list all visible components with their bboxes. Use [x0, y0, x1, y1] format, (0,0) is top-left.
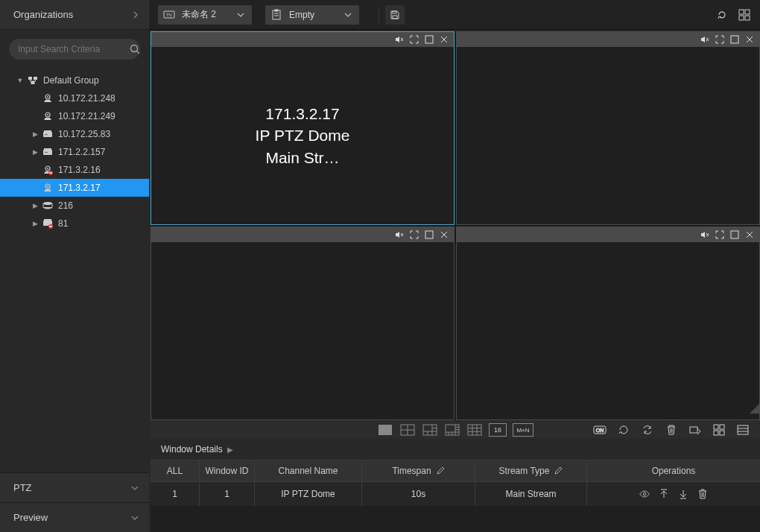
mute-icon[interactable] — [700, 34, 710, 45]
layout-1-icon[interactable] — [377, 423, 393, 437]
video-pane-4[interactable] — [456, 227, 760, 420]
tree-item-216[interactable]: ▶216 — [0, 197, 149, 215]
list-icon[interactable] — [735, 423, 751, 437]
refresh-icon[interactable] — [715, 8, 729, 22]
layout-6-icon[interactable] — [422, 423, 438, 437]
tree-item-171-3-2-16[interactable]: 171.3.2.16 — [0, 161, 149, 179]
svg-rect-76 — [468, 425, 481, 435]
trash-icon[interactable] — [663, 423, 680, 437]
pane-device-type: IP PTZ Dome — [256, 124, 350, 146]
layout-9-icon[interactable] — [466, 423, 483, 437]
close-icon[interactable] — [744, 34, 755, 45]
fullscreen-icon[interactable] — [715, 34, 725, 45]
organizations-header[interactable]: Organizations — [0, 0, 149, 30]
tree-group-default[interactable]: ▼ Default Group — [0, 72, 149, 89]
edit-icon[interactable] — [436, 466, 445, 475]
camera-icon — [42, 92, 54, 104]
tree-item-10-172-21-249[interactable]: 10.172.21.249 — [0, 107, 149, 125]
svg-text:TV: TV — [166, 13, 172, 17]
close-icon[interactable] — [744, 229, 755, 240]
layout-8-icon[interactable] — [444, 423, 460, 437]
tree-item-171-2-2-157[interactable]: ▶171.2.2.157 — [0, 143, 149, 161]
col-stream-type[interactable]: Stream Type — [475, 460, 587, 481]
video-pane-1[interactable]: 171.3.2.17 IP PTZ Dome Main Str… — [151, 31, 455, 225]
chevron-down-icon[interactable]: ▼ — [16, 77, 24, 84]
preview-panel-header[interactable]: Preview — [0, 502, 149, 532]
move-up-icon[interactable] — [659, 489, 669, 499]
fullscreen-icon[interactable] — [409, 229, 419, 240]
ptz-panel-header[interactable]: PTZ — [0, 472, 149, 502]
pane-titlebar — [151, 227, 454, 242]
mute-icon[interactable] — [394, 229, 405, 240]
grid-layout-icon[interactable] — [738, 8, 751, 22]
fullscreen-icon[interactable] — [409, 34, 419, 45]
close-icon[interactable] — [439, 229, 449, 240]
maximize-icon[interactable] — [729, 34, 740, 45]
details-table: ALL Window ID Channel Name Timespan Stre… — [151, 460, 760, 532]
svg-rect-34 — [393, 11, 396, 13]
svg-rect-9 — [43, 132, 52, 137]
svg-rect-86 — [714, 431, 718, 435]
col-operations: Operations — [587, 460, 760, 481]
chevron-right-icon[interactable]: ▶ — [31, 130, 39, 138]
loop-icon[interactable] — [615, 423, 632, 437]
camera-icon — [42, 110, 54, 122]
table-row[interactable]: 1 1 IP PTZ Dome 10s Main Stream — [151, 482, 760, 506]
edit-icon[interactable] — [554, 466, 563, 475]
sidebar: Organizations ▼ Default Group 10.172.21.… — [0, 0, 149, 532]
tree-item-81[interactable]: ▶81 — [0, 215, 149, 232]
tree-item-label: 10.172.21.248 — [58, 93, 115, 104]
col-channel-name[interactable]: Channel Name — [255, 460, 362, 481]
mute-icon[interactable] — [394, 34, 405, 45]
sync-icon[interactable] — [639, 423, 656, 437]
chevron-right-icon[interactable]: ▶ — [31, 202, 39, 209]
svg-rect-60 — [379, 425, 392, 435]
video-pane-2[interactable] — [456, 31, 760, 225]
layout-16-icon[interactable]: 16 — [489, 423, 507, 437]
maximize-icon[interactable] — [424, 34, 434, 45]
maximize-icon[interactable] — [729, 229, 740, 240]
tv-icon: TV — [162, 8, 176, 22]
maximize-icon[interactable] — [424, 229, 434, 240]
fullscreen-icon[interactable] — [715, 229, 725, 240]
layout-4-icon[interactable] — [399, 423, 416, 437]
layout-strip: 16 M×N ON — [151, 421, 760, 439]
layout-mn-icon[interactable]: M×N — [513, 423, 533, 437]
trash-icon[interactable] — [697, 489, 708, 499]
col-timespan[interactable]: Timespan — [362, 460, 475, 481]
mute-icon[interactable] — [700, 229, 710, 240]
svg-rect-30 — [273, 10, 280, 19]
svg-rect-13 — [43, 150, 52, 155]
task-label: Empty — [289, 10, 334, 20]
svg-point-0 — [131, 45, 138, 52]
pane-titlebar — [457, 227, 759, 242]
search-box[interactable] — [9, 39, 140, 60]
tree-item-171-3-2-17[interactable]: 171.3.2.17 — [0, 179, 149, 197]
chevron-right-icon[interactable]: ▶ — [31, 220, 39, 227]
tree-item-label: 171.3.2.17 — [58, 183, 101, 193]
col-window-id[interactable]: Window ID — [200, 460, 255, 481]
tvwall-selector[interactable]: TV 未命名 2 — [158, 5, 252, 25]
expand-corner-icon[interactable] — [750, 403, 760, 414]
chevron-right-icon[interactable]: ▶ — [31, 148, 39, 156]
close-icon[interactable] — [439, 34, 449, 45]
svg-rect-87 — [720, 431, 724, 435]
tree-item-10-172-21-248[interactable]: 10.172.21.248 — [0, 89, 149, 107]
cell-operations — [587, 482, 760, 506]
pane-body — [457, 242, 759, 419]
search-icon[interactable] — [130, 44, 140, 54]
video-pane-3[interactable] — [151, 227, 455, 420]
save-button[interactable] — [385, 5, 405, 25]
task-selector[interactable]: Empty — [265, 5, 359, 25]
col-all[interactable]: ALL — [151, 460, 200, 481]
camera-icon — [42, 182, 54, 194]
clear-screen-icon[interactable] — [687, 423, 703, 437]
move-down-icon[interactable] — [678, 489, 688, 499]
split-icon[interactable] — [711, 423, 727, 437]
svg-rect-4 — [31, 81, 35, 84]
tree-item-10-172-25-83[interactable]: ▶10.172.25.83 — [0, 125, 149, 143]
toggle-on-icon[interactable]: ON — [592, 423, 608, 437]
search-input[interactable] — [18, 44, 130, 54]
eye-icon[interactable] — [639, 489, 650, 499]
details-header[interactable]: Window Details ▶ — [151, 439, 760, 460]
